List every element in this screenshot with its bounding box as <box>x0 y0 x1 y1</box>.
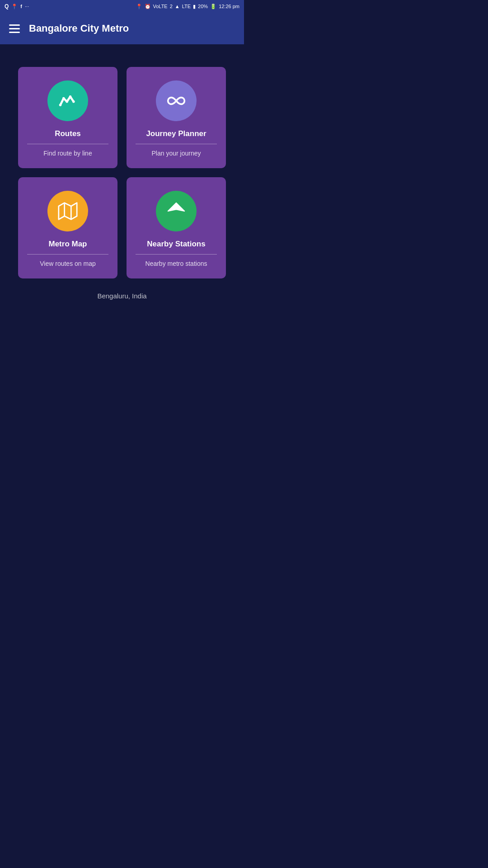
journey-subtitle: Plan your journey <box>152 150 201 157</box>
hamburger-line-2 <box>9 28 20 29</box>
infinity-icon <box>166 91 186 111</box>
journey-icon-circle <box>156 80 197 121</box>
nearby-stations-divider <box>136 254 217 255</box>
alarm-icon: ⏰ <box>145 4 151 9</box>
metro-map-title: Metro Map <box>49 240 87 249</box>
hamburger-line-1 <box>9 24 20 26</box>
metro-map-card[interactable]: Metro Map View routes on map <box>18 177 117 278</box>
app-title: Bangalore City Metro <box>29 23 129 34</box>
journey-planner-card[interactable]: Journey Planner Plan your journey <box>127 67 226 168</box>
routes-title: Routes <box>55 129 81 138</box>
nearby-stations-subtitle: Nearby metro stations <box>145 260 207 267</box>
journey-title: Journey Planner <box>146 129 206 138</box>
hamburger-menu-button[interactable] <box>9 24 20 33</box>
cards-grid: Routes Find route by line Journey Planne… <box>18 67 226 278</box>
nearby-stations-title: Nearby Stations <box>147 240 205 249</box>
metro-map-divider <box>27 254 108 255</box>
routes-subtitle: Find route by line <box>43 150 92 157</box>
nearby-icon-circle <box>156 191 197 231</box>
volte-indicator: VoLTE <box>153 4 168 9</box>
map-icon <box>58 201 78 221</box>
journey-divider <box>136 144 217 144</box>
time-display: 12:26 pm <box>219 4 239 9</box>
battery-icon: ▮ <box>193 4 196 9</box>
status-right: 📍 ⏰ VoLTE 2 ▲ LTE ▮ 20% 🔋 12:26 pm <box>136 4 240 9</box>
battery-percent: 20% <box>198 4 208 9</box>
app-icon-q: Q <box>5 3 9 9</box>
app-icon-location: 📍 <box>11 4 18 9</box>
nearby-stations-card[interactable]: Nearby Stations Nearby metro stations <box>127 177 226 278</box>
routes-icon-circle <box>47 80 88 121</box>
svg-point-0 <box>59 104 62 106</box>
svg-point-4 <box>72 100 75 103</box>
svg-marker-8 <box>168 203 185 211</box>
battery-charging-icon: 🔋 <box>210 4 216 9</box>
signal-icon: ▲ <box>175 4 180 9</box>
sim-indicator: 2 <box>170 4 173 9</box>
status-bar: Q 📍 f ··· 📍 ⏰ VoLTE 2 ▲ LTE ▮ 20% 🔋 12:2… <box>0 0 244 13</box>
metro-map-subtitle: View routes on map <box>40 260 95 267</box>
routes-divider <box>27 144 108 144</box>
routes-card[interactable]: Routes Find route by line <box>18 67 117 168</box>
svg-point-3 <box>69 95 72 98</box>
hamburger-line-3 <box>9 32 20 33</box>
navigation-icon <box>166 201 186 221</box>
chart-line-icon <box>58 91 78 111</box>
svg-point-2 <box>66 100 68 103</box>
status-left: Q 📍 f ··· <box>5 3 29 9</box>
location-icon: 📍 <box>136 4 142 9</box>
lte-icon: LTE <box>182 4 191 9</box>
navbar: Bangalore City Metro <box>0 13 244 44</box>
app-icon-facebook: f <box>20 4 22 9</box>
main-content: Routes Find route by line Journey Planne… <box>0 44 244 313</box>
metro-map-icon-circle <box>47 191 88 231</box>
svg-marker-5 <box>59 203 77 220</box>
location-label: Bengaluru, India <box>97 292 146 300</box>
more-icon: ··· <box>25 4 29 9</box>
svg-point-1 <box>62 97 65 100</box>
